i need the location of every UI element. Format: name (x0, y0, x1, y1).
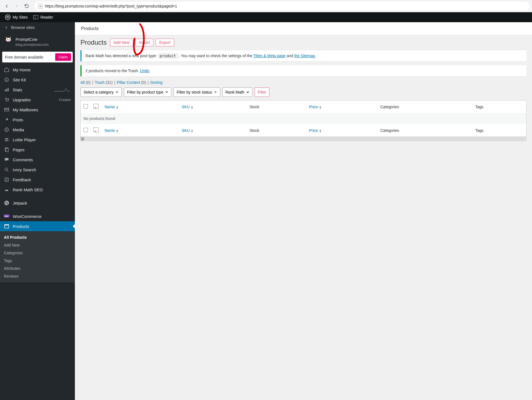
col-sku-foot[interactable]: SKU (182, 128, 190, 133)
archive-icon (4, 223, 9, 229)
export-button[interactable]: Export (156, 39, 174, 46)
stock-status-select[interactable]: Filter by stock status (174, 87, 220, 97)
col-price[interactable]: Price (309, 105, 318, 109)
col-sku[interactable]: SKU (182, 105, 190, 109)
reader-link[interactable]: Reader (31, 12, 56, 22)
import-button[interactable]: Import (135, 39, 154, 46)
svg-point-18 (4, 201, 9, 205)
sparkline-icon (54, 87, 71, 92)
svg-rect-8 (8, 88, 9, 91)
url-text: https://blog.promptcow.com/wp-admin/edit… (45, 4, 177, 8)
sort-icon: ▲▼ (191, 105, 194, 109)
sidebar-item-myhome[interactable]: My Home (0, 65, 75, 75)
cart-icon (4, 97, 9, 102)
sidebar-item-woocommerce[interactable]: wooWooCommerce (0, 211, 75, 221)
submenu-add-new[interactable]: Add New (0, 241, 75, 249)
sidebar-item-feedback[interactable]: Feedback (0, 175, 75, 185)
col-price-foot[interactable]: Price (309, 128, 318, 133)
undo-link[interactable]: Undo (140, 69, 149, 73)
page-title: Products (80, 39, 108, 46)
reload-icon (24, 4, 29, 9)
submenu-reviews[interactable]: Reviews (0, 272, 75, 280)
products-table: Name▲▼ SKU▲▼ Stock Price▲▼ Categories Ta… (81, 100, 526, 137)
sort-icon: ▲▼ (116, 105, 119, 109)
post-type-code: product (158, 53, 178, 59)
reload-button[interactable] (22, 2, 31, 11)
sidebar-item-lottie[interactable]: Lottie Player (0, 135, 75, 145)
sidebar-item-jetpack[interactable]: Jetpack (0, 198, 75, 208)
sidebar-item-products[interactable]: Products (0, 221, 75, 231)
col-name[interactable]: Name (105, 105, 115, 109)
col-tags: Tags (472, 100, 526, 113)
svg-rect-6 (5, 90, 6, 91)
col-name-foot[interactable]: Name (105, 128, 115, 133)
svg-point-10 (8, 101, 9, 102)
select-all-checkbox-foot[interactable] (83, 128, 88, 132)
submenu-categories[interactable]: Categories (0, 249, 75, 257)
products-submenu: All Products Add New Categories Tags Att… (0, 231, 75, 282)
filter-trash[interactable]: Trash (95, 80, 105, 85)
col-tags-foot: Tags (472, 124, 526, 137)
back-button[interactable] (2, 2, 11, 11)
col-stock-foot: Stock (247, 124, 306, 137)
sidebar-item-comments[interactable]: Comments (0, 155, 75, 165)
svg-text:G: G (6, 79, 7, 81)
forward-button[interactable] (12, 2, 21, 11)
site-settings-icon[interactable]: ⊖ (38, 4, 43, 9)
filter-bar: Select a category Filter by product type… (80, 87, 526, 97)
horizontal-scrollbar[interactable]: ◂ (80, 137, 526, 141)
sidebar-item-stats[interactable]: Stats (0, 85, 75, 95)
submenu-tags[interactable]: Tags (0, 257, 75, 265)
my-sites-link[interactable]: W My Sites (2, 12, 31, 22)
woo-icon: woo (4, 213, 9, 219)
filter-button[interactable]: Filter (255, 87, 269, 97)
home-icon (4, 67, 9, 72)
col-stock: Stock (247, 100, 306, 113)
main-content: Products Products Add New Import Export … (75, 22, 532, 400)
sidebar-item-mailboxes[interactable]: My Mailboxes (0, 105, 75, 115)
svg-rect-15 (6, 149, 8, 152)
claim-domain-box: Free domain available Claim (2, 52, 73, 62)
sidebar-item-rankmath[interactable]: Rank Math SEO (0, 185, 75, 195)
titles-meta-link[interactable]: Titles & Meta page (253, 54, 285, 58)
svg-rect-13 (5, 138, 8, 141)
sidebar-item-posts[interactable]: Posts (0, 115, 75, 125)
select-all-checkbox[interactable] (83, 104, 88, 109)
col-categories-foot: Categories (378, 124, 472, 137)
sidebar-item-pages[interactable]: Pages (0, 145, 75, 155)
claim-button[interactable]: Claim (55, 53, 71, 61)
comment-icon (4, 157, 9, 162)
rankmath-icon (4, 187, 9, 192)
svg-rect-7 (6, 89, 7, 91)
filter-pillar[interactable]: Pillar Content (117, 80, 140, 85)
svg-point-9 (6, 101, 6, 102)
pages-icon (4, 147, 9, 152)
filter-sorting[interactable]: Sorting (150, 80, 163, 85)
rankmath-select[interactable]: Rank Math (222, 87, 252, 97)
my-sites-label: My Sites (13, 15, 28, 19)
no-results-row: No products found (81, 113, 526, 124)
reader-label: Reader (40, 15, 53, 19)
submenu-attributes[interactable]: Attributes (0, 265, 75, 272)
products-table-wrap: Name▲▼ SKU▲▼ Stock Price▲▼ Categories Ta… (80, 100, 526, 137)
mail-icon (4, 107, 9, 112)
address-bar[interactable]: ⊖ https://blog.promptcow.com/wp-admin/ed… (34, 2, 530, 11)
submenu-all-products[interactable]: All Products (0, 233, 75, 241)
svg-point-1 (7, 39, 8, 40)
sitemap-link[interactable]: the Sitemap (294, 54, 315, 58)
svg-point-3 (7, 40, 9, 42)
filter-all[interactable]: All (80, 80, 85, 85)
sort-icon: ▲▼ (116, 129, 119, 132)
site-logo-icon (4, 35, 12, 43)
site-name: PromptCow (16, 37, 37, 42)
sidebar-item-media[interactable]: Media (0, 125, 75, 135)
sidebar-item-upgrades[interactable]: UpgradesCreator (0, 95, 75, 105)
browse-sites-link[interactable]: Browse sites (0, 22, 75, 32)
chevron-left-icon (4, 26, 8, 29)
sidebar-item-ivorysearch[interactable]: Ivory Search (0, 165, 75, 175)
product-type-select[interactable]: Filter by product type (124, 87, 171, 97)
scroll-left-button[interactable]: ◂ (80, 137, 84, 141)
add-new-button[interactable]: Add New (110, 39, 133, 46)
sidebar-item-sitekit[interactable]: GSite Kit (0, 75, 75, 85)
category-select[interactable]: Select a category (80, 87, 122, 97)
